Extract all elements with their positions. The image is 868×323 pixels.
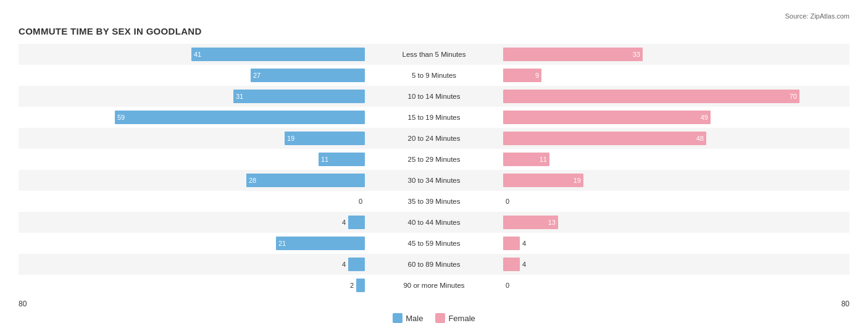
- male-bar: 41: [191, 48, 365, 61]
- legend-male-label: Male: [406, 314, 423, 323]
- female-side: 0: [502, 275, 849, 296]
- male-value-inside: 21: [278, 240, 286, 247]
- female-value-inside: 49: [701, 114, 708, 121]
- chart-row: 2145 to 59 Minutes4: [19, 233, 849, 254]
- row-label: 60 to 89 Minutes: [366, 261, 502, 268]
- legend-female: Female: [435, 313, 475, 323]
- female-bar: 11: [503, 153, 549, 166]
- female-side: 4: [502, 233, 849, 254]
- male-side: 31: [19, 86, 366, 107]
- male-value-outside: 0: [350, 198, 362, 205]
- axis-right-label: 80: [841, 300, 849, 308]
- male-bar: 27: [251, 69, 365, 82]
- female-value-outside: 4: [522, 240, 535, 247]
- female-value-inside: 11: [540, 156, 547, 163]
- female-bar: 48: [503, 132, 706, 145]
- female-bar: 70: [503, 90, 799, 103]
- female-value-inside: 19: [574, 177, 581, 184]
- row-label: 10 to 14 Minutes: [366, 93, 502, 100]
- row-label: Less than 5 Minutes: [366, 51, 502, 58]
- male-side: 0: [19, 191, 366, 212]
- legend: Male Female: [19, 313, 849, 323]
- male-bar: 31: [233, 90, 365, 103]
- chart-row: 440 to 44 Minutes13: [19, 212, 849, 233]
- male-bar: [356, 279, 365, 292]
- female-side: 0: [502, 191, 849, 212]
- female-side: 49: [502, 107, 849, 128]
- male-bar: [348, 258, 365, 271]
- female-side: 13: [502, 212, 849, 233]
- male-side: 11: [19, 149, 366, 170]
- male-side: 2: [19, 275, 366, 296]
- male-value-inside: 27: [253, 72, 261, 79]
- chart-row: 41Less than 5 Minutes33: [19, 44, 849, 65]
- chart-row: 290 or more Minutes0: [19, 275, 849, 296]
- male-value-inside: 19: [287, 135, 294, 142]
- male-side: 19: [19, 128, 366, 149]
- male-value-inside: 28: [249, 177, 256, 184]
- female-side: 70: [502, 86, 849, 107]
- male-bar: 59: [115, 111, 365, 124]
- row-label: 35 to 39 Minutes: [366, 198, 502, 205]
- chart-row: 1125 to 29 Minutes11: [19, 149, 849, 170]
- row-label: 25 to 29 Minutes: [366, 156, 502, 163]
- male-side: 4: [19, 212, 366, 233]
- female-bar: 33: [503, 48, 643, 61]
- male-value-inside: 59: [117, 114, 125, 121]
- legend-female-box: [435, 313, 445, 323]
- female-value-outside: 4: [522, 261, 535, 268]
- male-value-outside: 4: [333, 261, 346, 268]
- chart-row: 460 to 89 Minutes4: [19, 254, 849, 275]
- row-label: 30 to 34 Minutes: [366, 177, 502, 184]
- chart-row: 1920 to 24 Minutes48: [19, 128, 849, 149]
- axis-labels: 80 80: [19, 300, 849, 308]
- male-side: 28: [19, 170, 366, 191]
- female-value-inside: 48: [696, 135, 704, 142]
- row-label: 40 to 44 Minutes: [366, 219, 502, 226]
- male-bar: 28: [246, 174, 365, 187]
- male-side: 59: [19, 107, 366, 128]
- female-side: 11: [502, 149, 849, 170]
- legend-male-box: [393, 313, 403, 323]
- female-side: 4: [502, 254, 849, 275]
- male-value-inside: 11: [321, 156, 328, 163]
- female-bar: 9: [503, 69, 541, 82]
- male-value-outside: 2: [341, 282, 354, 289]
- male-side: 21: [19, 233, 366, 254]
- male-bar: 11: [319, 153, 365, 166]
- female-value-outside: 0: [506, 198, 518, 205]
- source-text: Source: ZipAtlas.com: [19, 12, 849, 20]
- row-label: 90 or more Minutes: [366, 282, 502, 289]
- female-bar: 19: [503, 174, 583, 187]
- row-label: 5 to 9 Minutes: [366, 72, 502, 79]
- female-side: 33: [502, 44, 849, 65]
- male-value-inside: 41: [194, 51, 201, 58]
- chart-row: 275 to 9 Minutes9: [19, 65, 849, 86]
- axis-left-label: 80: [19, 300, 27, 308]
- female-value-inside: 13: [548, 219, 556, 226]
- legend-male: Male: [393, 313, 423, 323]
- male-bar: 19: [285, 132, 365, 145]
- chart-title: COMMUTE TIME BY SEX IN GOODLAND: [19, 26, 849, 36]
- chart-row: 035 to 39 Minutes0: [19, 191, 849, 212]
- female-bar: 49: [503, 111, 711, 124]
- male-value-inside: 31: [236, 93, 243, 100]
- female-side: 19: [502, 170, 849, 191]
- row-label: 20 to 24 Minutes: [366, 135, 502, 142]
- female-side: 48: [502, 128, 849, 149]
- female-value-inside: 9: [535, 72, 539, 79]
- male-value-outside: 4: [333, 219, 346, 226]
- male-side: 4: [19, 254, 366, 275]
- female-value-outside: 0: [506, 282, 518, 289]
- chart-row: 2830 to 34 Minutes19: [19, 170, 849, 191]
- chart-row: 3110 to 14 Minutes70: [19, 86, 849, 107]
- legend-female-label: Female: [448, 314, 475, 323]
- female-value-inside: 70: [790, 93, 797, 100]
- male-side: 41: [19, 44, 366, 65]
- male-bar: 21: [276, 237, 365, 250]
- female-bar: 13: [503, 216, 558, 229]
- row-label: 15 to 19 Minutes: [366, 114, 502, 121]
- male-side: 27: [19, 65, 366, 86]
- female-bar: [503, 237, 520, 250]
- row-label: 45 to 59 Minutes: [366, 240, 502, 247]
